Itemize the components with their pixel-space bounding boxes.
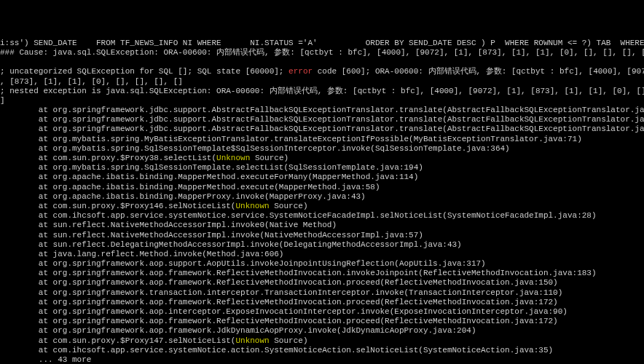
log-line: at org.springframework.transaction.inter…	[0, 288, 644, 298]
log-line: ... 43 more	[0, 355, 644, 364]
log-line: at sun.reflect.NativeMethodAccessorImpl.…	[0, 221, 644, 230]
log-text: at com.sun.proxy.$Proxy38.selectList(	[0, 154, 216, 162]
log-line: at org.springframework.aop.support.AopUt…	[0, 259, 644, 269]
log-line: at org.springframework.aop.interceptor.E…	[0, 307, 644, 317]
log-line: at com.ihcsoft.app.service.systemNotice.…	[0, 211, 644, 221]
log-text: Source)	[270, 202, 308, 210]
log-text: Source)	[250, 154, 288, 162]
unknown-source-keyword: Unknown	[235, 202, 269, 210]
log-line: ; uncategorized SQLException for SQL [];…	[0, 67, 644, 76]
log-line: at org.springframework.jdbc.support.Abst…	[0, 124, 644, 134]
log-line: at org.apache.ibatis.binding.MapperMetho…	[0, 183, 644, 192]
error-keyword: error	[288, 67, 313, 76]
unknown-source-keyword: Unknown	[216, 154, 250, 162]
log-line: , [873], [1], [1], [0], [], [], [], []	[0, 77, 644, 87]
log-line: at org.mybatis.spring.SqlSessionTemplate…	[0, 163, 644, 173]
log-line: i:ss') SEND_DATE FROM TF_NEWS_INFO NI WH…	[0, 39, 644, 48]
log-line: at org.apache.ibatis.binding.MapperMetho…	[0, 173, 644, 182]
log-text: Source)	[270, 336, 308, 345]
log-line: ### Cause: java.sql.SQLException: ORA-00…	[0, 48, 644, 58]
log-text: at com.sun.proxy.$Proxy147.selNoticeList…	[0, 336, 235, 345]
log-line: at sun.reflect.NativeMethodAccessorImpl.…	[0, 231, 644, 240]
log-line: at org.springframework.aop.framework.Ref…	[0, 317, 644, 326]
log-line: ]	[0, 96, 644, 106]
log-line: at org.mybatis.spring.SqlSessionTemplate…	[0, 144, 644, 154]
unknown-source-keyword: Unknown	[235, 336, 269, 345]
log-line: at org.springframework.aop.framework.Jdk…	[0, 326, 644, 336]
log-line: at com.ihcsoft.app.service.systemNotice.…	[0, 346, 644, 355]
log-text: at com.sun.proxy.$Proxy146.selNoticeList…	[0, 202, 235, 210]
log-line: at com.sun.proxy.$Proxy147.selNoticeList…	[0, 336, 644, 346]
log-line: at org.springframework.aop.framework.Ref…	[0, 278, 644, 288]
log-text: code [600]; ORA-00600: 内部错误代码, 参数: [qctb…	[313, 67, 644, 76]
log-line: at org.springframework.jdbc.support.Abst…	[0, 115, 644, 124]
log-line: at org.mybatis.spring.MyBatisExceptionTr…	[0, 135, 644, 144]
log-line: at org.apache.ibatis.binding.MapperProxy…	[0, 192, 644, 202]
log-line: at com.sun.proxy.$Proxy38.selectList(Unk…	[0, 154, 644, 163]
log-text: ; uncategorized SQLException for SQL [];…	[0, 67, 288, 76]
log-line: at org.springframework.jdbc.support.Abst…	[0, 106, 644, 115]
log-line: at sun.reflect.DelegatingMethodAccessorI…	[0, 240, 644, 250]
console-output: i:ss') SEND_DATE FROM TF_NEWS_INFO NI WH…	[0, 39, 644, 364]
log-line: at com.sun.proxy.$Proxy146.selNoticeList…	[0, 202, 644, 211]
log-line: at org.springframework.aop.framework.Ref…	[0, 298, 644, 307]
log-line: at org.springframework.aop.framework.Ref…	[0, 269, 644, 278]
log-line: ; nested exception is java.sql.SQLExcept…	[0, 87, 644, 96]
log-line: at java.lang.reflect.Method.invoke(Metho…	[0, 250, 644, 259]
log-line	[0, 58, 644, 67]
